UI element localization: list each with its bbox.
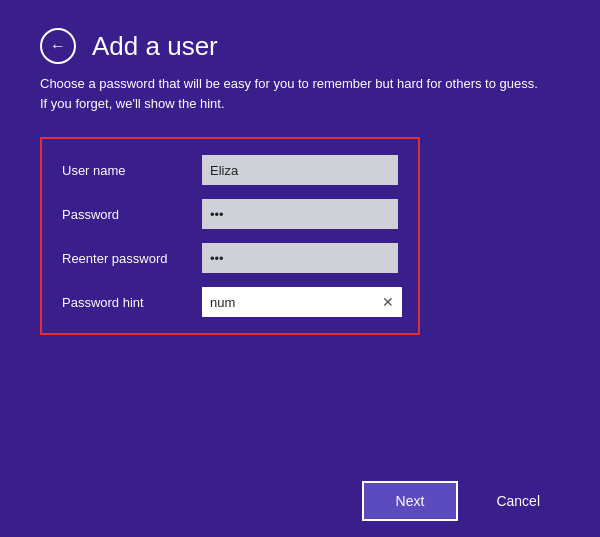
password-hint-label: Password hint [62,295,202,310]
reenter-password-row: Reenter password [62,243,398,273]
password-label: Password [62,207,202,222]
username-row: User name [62,155,398,185]
next-button[interactable]: Next [362,481,459,521]
page-subtitle: Choose a password that will be easy for … [40,74,540,113]
page-container: ← Add a user Choose a password that will… [0,0,600,537]
reenter-password-label: Reenter password [62,251,202,266]
reenter-password-input[interactable] [202,243,398,273]
password-input[interactable] [202,199,398,229]
cancel-button[interactable]: Cancel [466,481,570,521]
password-row: Password [62,199,398,229]
password-hint-wrapper: ✕ [202,287,402,317]
password-hint-input[interactable] [210,287,378,317]
bottom-bar: Next Cancel [0,465,600,537]
header: ← Add a user [40,28,560,64]
password-hint-row: Password hint ✕ [62,287,398,317]
username-input[interactable] [202,155,398,185]
page-title: Add a user [92,31,218,62]
back-button[interactable]: ← [40,28,76,64]
back-arrow-icon: ← [50,38,66,54]
clear-hint-icon[interactable]: ✕ [382,294,394,310]
username-label: User name [62,163,202,178]
form-container: User name Password Reenter password Pass… [40,137,420,335]
